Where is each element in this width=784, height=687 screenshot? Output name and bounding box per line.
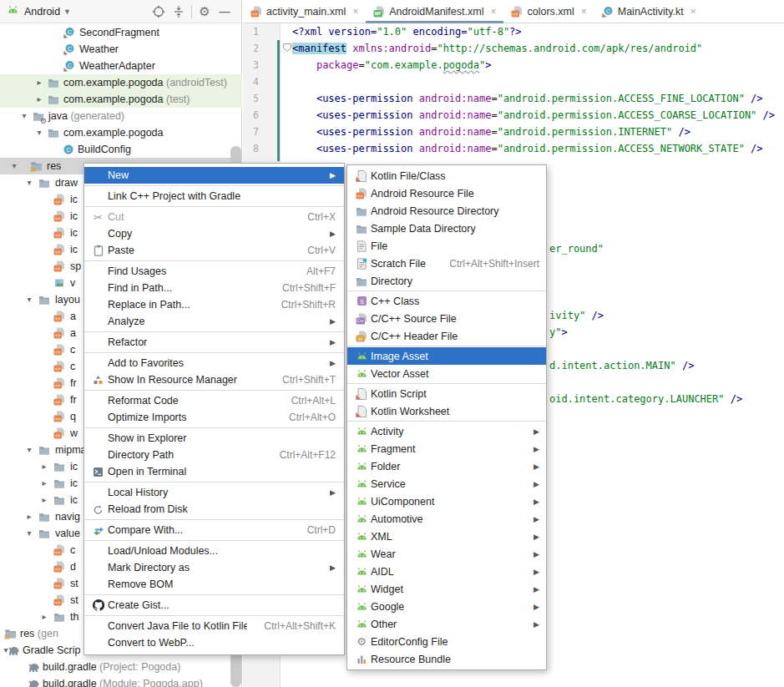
menu-item-vector-asset[interactable]: Vector Asset bbox=[347, 365, 546, 382]
tab-androidmanifest-xml[interactable]: MFAndroidManifest.xml× bbox=[366, 0, 503, 23]
menu-item-image-asset[interactable]: Image Asset bbox=[347, 347, 546, 365]
chevron-right-icon[interactable]: ▸ bbox=[23, 508, 35, 525]
submenu-arrow-icon: ▶ bbox=[531, 585, 539, 594]
chevron-right-icon[interactable]: ▸ bbox=[33, 74, 45, 91]
tree-item-build-gradle-module-pogoda-app[interactable]: build.gradle (Module: Pogoda.app) bbox=[0, 675, 242, 687]
chevron-down-icon[interactable]: ▾ bbox=[18, 108, 30, 124]
chevron-right-icon[interactable]: ▸ bbox=[38, 458, 50, 475]
menu-item-create-gist[interactable]: Create Gist... bbox=[84, 597, 344, 614]
menu-item-aidl[interactable]: AIDL▶ bbox=[347, 563, 546, 580]
menu-item-replace-in-path[interactable]: Replace in Path...Ctrl+Shift+R bbox=[84, 296, 344, 313]
menu-item-compare-with[interactable]: Compare With...Ctrl+D bbox=[84, 522, 344, 538]
tree-item-weather[interactable]: CWeather bbox=[0, 41, 242, 58]
menu-item-wear[interactable]: Wear▶ bbox=[347, 545, 546, 563]
menu-item-analyze[interactable]: Analyze▶ bbox=[84, 313, 344, 330]
menu-item-find-usages[interactable]: Find UsagesAlt+F7 bbox=[84, 263, 344, 280]
close-icon[interactable]: × bbox=[490, 6, 496, 18]
chevron-down-icon[interactable]: ▾ bbox=[33, 124, 45, 141]
hide-button[interactable]: — bbox=[215, 3, 235, 21]
folder-icon bbox=[48, 127, 59, 139]
menu-item-local-history[interactable]: Local History▶ bbox=[84, 484, 344, 501]
tab-colors-xml[interactable]: <>colors.xml× bbox=[503, 0, 594, 23]
menu-item-xml[interactable]: XML▶ bbox=[347, 528, 546, 545]
menu-item-kotlin-script[interactable]: Kotlin Script bbox=[347, 385, 546, 402]
menu-item-find-in-path[interactable]: Find in Path...Ctrl+Shift+F bbox=[84, 280, 344, 296]
menu-item-google[interactable]: Google▶ bbox=[347, 598, 546, 615]
menu-item-kotlin-worksheet[interactable]: Kotlin Worksheet bbox=[347, 402, 546, 420]
menu-item-scratch-file[interactable]: Scratch FileCtrl+Alt+Shift+Insert bbox=[347, 255, 546, 272]
menu-item-widget[interactable]: Widget▶ bbox=[347, 580, 546, 598]
chevron-down-icon[interactable]: ▾ bbox=[23, 525, 35, 542]
svg-text:<>: <> bbox=[55, 566, 62, 572]
collapse-all-button[interactable] bbox=[169, 3, 189, 21]
tree-item-buildconfig[interactable]: CBuildConfig bbox=[0, 141, 242, 158]
android-icon bbox=[356, 566, 368, 578]
menu-item-new[interactable]: New▶ bbox=[84, 167, 344, 184]
menu-item-uicomponent[interactable]: UiComponent▶ bbox=[347, 493, 546, 510]
chevron-down-icon[interactable]: ▾ bbox=[8, 158, 20, 174]
chevron-down-icon[interactable]: ▾ bbox=[23, 174, 35, 191]
menu-item-c-class[interactable]: SC++ Class bbox=[347, 292, 546, 310]
menu-item-directory-path[interactable]: Directory PathCtrl+Alt+F12 bbox=[84, 447, 344, 463]
menu-item-cut[interactable]: ✂CutCtrl+X bbox=[84, 209, 344, 225]
locate-button[interactable] bbox=[149, 3, 169, 21]
menu-item-reformat-code[interactable]: Reformat CodeCtrl+Alt+L bbox=[84, 392, 344, 409]
menu-item-automotive[interactable]: Automotive▶ bbox=[347, 510, 546, 528]
chevron-down-icon[interactable]: ▼ bbox=[63, 8, 71, 16]
menu-item-reload-from-disk[interactable]: Reload from Disk bbox=[84, 501, 344, 518]
submenu-arrow-icon: ▶ bbox=[531, 427, 539, 436]
tree-item-com-example-pogoda-test[interactable]: ▸com.example.pogoda (test) bbox=[0, 91, 242, 108]
chevron-down-icon[interactable]: ▾ bbox=[23, 291, 35, 308]
tree-item-java-generated[interactable]: ▾⚙java (generated) bbox=[0, 108, 242, 124]
tree-item-com-example-pogoda-androidtest[interactable]: ▸com.example.pogoda (androidTest) bbox=[0, 74, 242, 91]
menu-item-service[interactable]: Service▶ bbox=[347, 475, 546, 493]
menu-item-fragment[interactable]: Fragment▶ bbox=[347, 440, 546, 457]
menu-item-show-in-resource-manager[interactable]: Show In Resource ManagerCtrl+Shift+T bbox=[84, 371, 344, 388]
menu-item-link-c-project-with-gradle[interactable]: Link C++ Project with Gradle bbox=[84, 188, 344, 205]
menu-item-refactor[interactable]: Refactor▶ bbox=[84, 334, 344, 351]
submenu-arrow-icon: ▶ bbox=[327, 488, 336, 497]
menu-item-optimize-imports[interactable]: Optimize ImportsCtrl+Alt+O bbox=[84, 409, 344, 426]
tab-mainactivity-kt[interactable]: CMainActivity.kt× bbox=[594, 0, 704, 23]
tree-item-build-gradle-project-pogoda[interactable]: build.gradle (Project: Pogoda) bbox=[0, 659, 242, 675]
project-view-selector[interactable]: Android bbox=[24, 6, 60, 18]
tree-item-label: fr bbox=[70, 375, 77, 391]
chevron-right-icon[interactable]: ▸ bbox=[38, 475, 50, 492]
menu-item-android-resource-file[interactable]: <>Android Resource File bbox=[347, 184, 546, 202]
menu-item-c-c-header-file[interactable]: HC/C++ Header File bbox=[347, 327, 546, 345]
menu-item-folder[interactable]: Folder▶ bbox=[347, 457, 546, 475]
chevron-right-icon[interactable]: ▸ bbox=[33, 91, 45, 108]
menu-item-kotlin-file-class[interactable]: Kotlin File/Class bbox=[347, 167, 546, 184]
close-icon[interactable]: × bbox=[352, 6, 358, 18]
menu-item-load-unload-modules[interactable]: Load/Unload Modules... bbox=[84, 543, 344, 559]
menu-item-convert-java-file-to-kotlin-file[interactable]: Convert Java File to Kotlin FileCtrl+Alt… bbox=[84, 618, 344, 634]
menu-item-paste[interactable]: PasteCtrl+V bbox=[84, 242, 344, 259]
chevron-right-icon[interactable]: ▸ bbox=[38, 609, 50, 625]
tab-activity-main-xml[interactable]: <>activity_main.xml× bbox=[243, 0, 366, 23]
menu-item-other[interactable]: Other▶ bbox=[347, 615, 546, 633]
menu-item-editorconfig-file[interactable]: ⚙EditorConfig File bbox=[347, 633, 546, 650]
chevron-right-icon[interactable]: ▸ bbox=[38, 492, 50, 508]
tree-item-com-example-pogoda[interactable]: ▾com.example.pogoda bbox=[0, 124, 242, 141]
menu-item-open-in-terminal[interactable]: Open in Terminal bbox=[84, 463, 344, 480]
menu-item-mark-directory-as[interactable]: Mark Directory as▶ bbox=[84, 559, 344, 576]
close-icon[interactable]: × bbox=[690, 6, 696, 18]
settings-button[interactable]: ⚙ bbox=[195, 3, 215, 21]
menu-item-show-in-explorer[interactable]: Show in Explorer bbox=[84, 430, 344, 447]
menu-item-activity[interactable]: Activity▶ bbox=[347, 422, 546, 440]
chevron-down-icon[interactable]: ▾ bbox=[23, 442, 35, 458]
menu-item-convert-to-webp[interactable]: Convert to WebP... bbox=[84, 634, 344, 651]
tree-item-weatheradapter[interactable]: CWeatherAdapter bbox=[0, 58, 242, 74]
menu-item-resource-bundle[interactable]: Resource Bundle bbox=[347, 650, 546, 668]
menu-item-android-resource-directory[interactable]: Android Resource Directory bbox=[347, 202, 546, 220]
menu-item-directory[interactable]: Directory bbox=[347, 272, 546, 290]
menu-item-remove-bom[interactable]: Remove BOM bbox=[84, 576, 344, 593]
tree-item-secondfragment[interactable]: CSecondFragment bbox=[0, 24, 242, 41]
menu-item-copy[interactable]: Copy▶ bbox=[84, 225, 344, 242]
menu-item-file[interactable]: File bbox=[347, 237, 546, 255]
menu-item-c-c-source-file[interactable]: C++C/C++ Source File bbox=[347, 310, 546, 327]
menu-item-sample-data-directory[interactable]: Sample Data Directory bbox=[347, 220, 546, 237]
fold-region-icon[interactable] bbox=[282, 43, 292, 53]
menu-item-add-to-favorites[interactable]: Add to Favorites▶ bbox=[84, 355, 344, 371]
close-icon[interactable]: × bbox=[581, 6, 587, 18]
